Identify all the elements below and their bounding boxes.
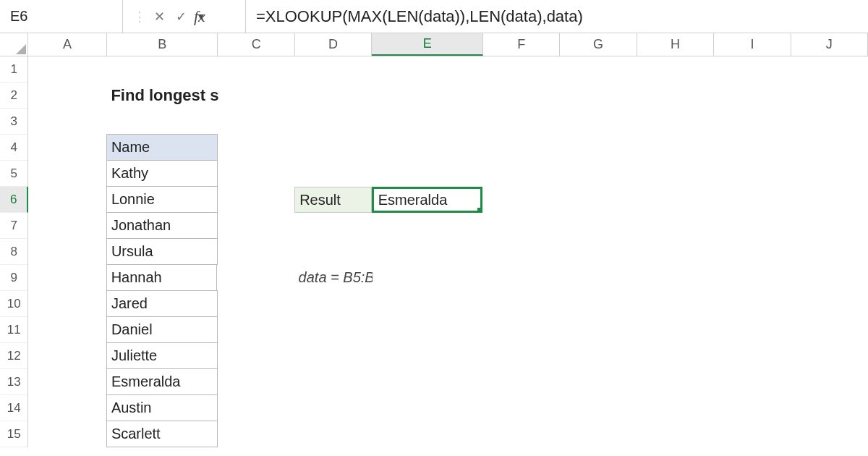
cell-F2[interactable] [484, 83, 561, 109]
cell-D15[interactable] [294, 421, 372, 447]
cell-E1[interactable] [372, 56, 483, 83]
cell-G10[interactable] [560, 291, 637, 317]
cell-I10[interactable] [714, 291, 791, 317]
cell-C13[interactable] [218, 369, 295, 395]
cell-A3[interactable] [28, 109, 106, 135]
cell-H2[interactable] [637, 83, 714, 109]
cell-I13[interactable] [714, 369, 791, 395]
row-header-7[interactable]: 7 [0, 213, 28, 239]
cell-H15[interactable] [637, 421, 714, 447]
cell-G9[interactable] [561, 265, 637, 291]
cell-C11[interactable] [218, 317, 295, 343]
cell-A13[interactable] [28, 369, 106, 395]
cell-C10[interactable] [218, 291, 295, 317]
cell-D3[interactable] [295, 109, 372, 135]
cell-I14[interactable] [714, 395, 791, 421]
col-header-C[interactable]: C [218, 33, 294, 56]
cell-C1[interactable] [218, 56, 294, 83]
cell-B7[interactable]: Jonathan [106, 212, 218, 239]
cell-A12[interactable] [28, 343, 106, 369]
cell-C9[interactable] [217, 265, 294, 291]
col-header-G[interactable]: G [560, 33, 637, 56]
cell-J15[interactable] [791, 421, 868, 447]
cell-H10[interactable] [637, 291, 714, 317]
cell-F13[interactable] [482, 369, 560, 395]
cell-J2[interactable] [791, 83, 868, 109]
cell-G15[interactable] [560, 421, 637, 447]
cell-C8[interactable] [218, 239, 295, 265]
cell-H9[interactable] [637, 265, 714, 291]
cell-E12[interactable] [372, 343, 483, 369]
cell-G13[interactable] [560, 369, 637, 395]
cell-C4[interactable] [218, 135, 295, 161]
cell-G4[interactable] [560, 135, 637, 161]
cell-A4[interactable] [28, 135, 106, 161]
cell-B2[interactable]: Find longest string [106, 83, 219, 109]
cell-F1[interactable] [483, 56, 560, 83]
cell-F11[interactable] [482, 317, 560, 343]
cell-C12[interactable] [218, 343, 295, 369]
cell-C5[interactable] [218, 161, 295, 187]
cell-A14[interactable] [28, 395, 106, 421]
cell-G2[interactable] [561, 83, 637, 109]
cell-G1[interactable] [560, 56, 637, 83]
cell-J5[interactable] [791, 161, 868, 187]
cell-H6[interactable] [637, 187, 714, 213]
cell-D11[interactable] [294, 317, 372, 343]
cell-E9[interactable] [373, 265, 484, 291]
cell-E13[interactable] [372, 369, 483, 395]
cell-I12[interactable] [714, 343, 791, 369]
cell-H11[interactable] [637, 317, 714, 343]
cell-E6[interactable]: Esmeralda [372, 187, 483, 213]
cell-J3[interactable] [791, 109, 868, 135]
cell-A11[interactable] [28, 317, 106, 343]
col-header-D[interactable]: D [295, 33, 372, 56]
cell-B6[interactable]: Lonnie [106, 186, 218, 213]
enter-icon[interactable]: ✓ [172, 9, 190, 25]
cell-A6[interactable] [28, 187, 106, 213]
cell-A10[interactable] [28, 291, 106, 317]
cell-C2[interactable] [219, 83, 296, 109]
cell-J8[interactable] [791, 239, 868, 265]
cell-A2[interactable] [28, 83, 106, 109]
cell-G3[interactable] [560, 109, 637, 135]
row-header-13[interactable]: 13 [0, 369, 28, 395]
cell-J1[interactable] [791, 56, 868, 83]
row-header-8[interactable]: 8 [0, 239, 28, 265]
cell-A8[interactable] [28, 239, 106, 265]
row-header-4[interactable]: 4 [0, 135, 28, 161]
cell-J12[interactable] [791, 343, 868, 369]
cell-I1[interactable] [714, 56, 791, 83]
cell-I3[interactable] [714, 109, 791, 135]
col-header-I[interactable]: I [714, 33, 791, 56]
cell-I2[interactable] [715, 83, 791, 109]
cell-I15[interactable] [714, 421, 791, 447]
cell-D7[interactable] [294, 213, 372, 239]
name-box-wrap[interactable]: ▼ [0, 0, 123, 33]
cell-J11[interactable] [791, 317, 868, 343]
row-header-10[interactable]: 10 [0, 291, 28, 317]
cell-C6[interactable] [218, 187, 295, 213]
cell-H13[interactable] [637, 369, 714, 395]
cell-H14[interactable] [637, 395, 714, 421]
cell-E10[interactable] [372, 291, 483, 317]
col-header-E[interactable]: E [372, 33, 483, 56]
cell-E14[interactable] [372, 395, 483, 421]
cell-F12[interactable] [482, 343, 560, 369]
cell-F3[interactable] [483, 109, 560, 135]
cell-D4[interactable] [294, 135, 372, 161]
row-header-1[interactable]: 1 [0, 56, 28, 83]
cell-D2[interactable] [297, 83, 373, 109]
cell-C14[interactable] [218, 395, 295, 421]
cell-B13[interactable]: Esmeralda [106, 368, 218, 395]
cancel-icon[interactable]: ✕ [150, 9, 168, 25]
cell-B5[interactable]: Kathy [106, 160, 218, 187]
cell-B4[interactable]: Name [106, 134, 218, 161]
cell-B12[interactable]: Juliette [106, 342, 218, 369]
cell-D12[interactable] [294, 343, 372, 369]
cell-D13[interactable] [294, 369, 372, 395]
cell-F14[interactable] [482, 395, 560, 421]
row-header-5[interactable]: 5 [0, 161, 28, 187]
cell-I11[interactable] [714, 317, 791, 343]
cell-I8[interactable] [714, 239, 791, 265]
